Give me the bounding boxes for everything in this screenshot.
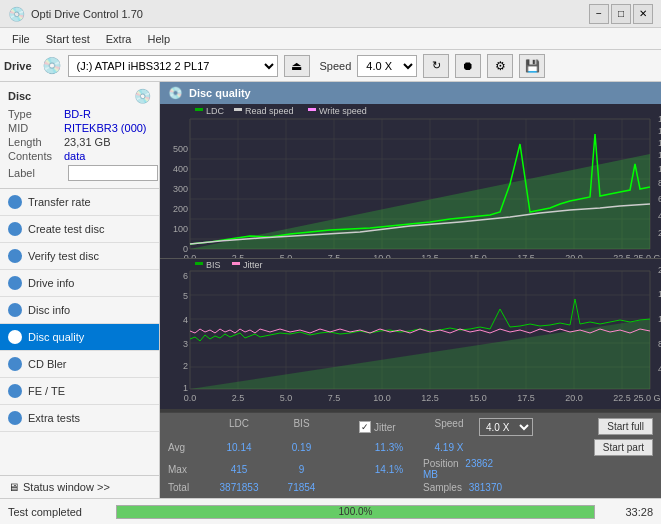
svg-text:200: 200 xyxy=(173,204,188,214)
svg-rect-51 xyxy=(308,108,316,111)
max-ldc: 415 xyxy=(204,464,274,475)
save-button[interactable]: 💾 xyxy=(519,54,545,78)
label-input[interactable] xyxy=(68,165,158,181)
status-text: Test completed xyxy=(8,506,108,518)
svg-text:Read speed: Read speed xyxy=(245,106,294,116)
start-part-button[interactable]: Start part xyxy=(594,439,653,456)
eject-button[interactable]: ⏏ xyxy=(284,55,310,77)
menu-extra[interactable]: Extra xyxy=(98,31,140,47)
svg-text:500: 500 xyxy=(173,144,188,154)
svg-rect-96 xyxy=(232,262,240,265)
mid-label: MID xyxy=(8,122,64,134)
sidebar-item-extra-tests[interactable]: Extra tests xyxy=(0,405,159,432)
app-title: Opti Drive Control 1.70 xyxy=(31,8,589,20)
menu-start-test[interactable]: Start test xyxy=(38,31,98,47)
sidebar-item-cd-bler[interactable]: CD Bler xyxy=(0,351,159,378)
svg-text:LDC: LDC xyxy=(206,106,225,116)
nav-label-transfer-rate: Transfer rate xyxy=(28,196,91,208)
svg-text:25.0 GB: 25.0 GB xyxy=(633,393,661,403)
nav-icon-create-test-disc xyxy=(8,222,22,236)
minimize-button[interactable]: − xyxy=(589,4,609,24)
chart1-wrapper: 0 100 200 300 400 500 0.0 2.5 5.0 7.5 10… xyxy=(160,104,661,259)
maximize-button[interactable]: □ xyxy=(611,4,631,24)
avg-ldc: 10.14 xyxy=(204,442,274,453)
menu-file[interactable]: File xyxy=(4,31,38,47)
status-window-button[interactable]: 🖥 Status window >> xyxy=(0,475,159,498)
jitter-checkbox[interactable]: ✓ xyxy=(359,421,371,433)
refresh-button[interactable]: ↻ xyxy=(423,54,449,78)
charts-container: 0 100 200 300 400 500 0.0 2.5 5.0 7.5 10… xyxy=(160,104,661,412)
stats-header-ldc: LDC xyxy=(204,418,274,436)
stats-header-bis: BIS xyxy=(274,418,329,436)
svg-text:7.5: 7.5 xyxy=(328,393,341,403)
svg-text:Jitter: Jitter xyxy=(243,260,263,270)
svg-rect-47 xyxy=(195,108,203,111)
settings-button[interactable]: ⚙ xyxy=(487,54,513,78)
svg-text:Write speed: Write speed xyxy=(319,106,367,116)
sidebar-item-create-test-disc[interactable]: Create test disc xyxy=(0,216,159,243)
sidebar-item-verify-test-disc[interactable]: Verify test disc xyxy=(0,243,159,270)
svg-text:2.5: 2.5 xyxy=(232,393,245,403)
max-jitter: 14.1% xyxy=(359,464,419,475)
start-buttons: Start full xyxy=(598,418,653,436)
sidebar-item-disc-quality[interactable]: Disc quality xyxy=(0,324,159,351)
speed-label: Speed xyxy=(320,60,352,72)
nav-label-drive-info: Drive info xyxy=(28,277,74,289)
total-bis: 71854 xyxy=(274,482,329,493)
chart1-svg: 0 100 200 300 400 500 0.0 2.5 5.0 7.5 10… xyxy=(160,104,661,259)
statusbar: Test completed 100.0% 33:28 xyxy=(0,498,661,524)
avg-jitter: 11.3% xyxy=(359,442,419,453)
svg-text:20.0: 20.0 xyxy=(565,393,583,403)
speed-select[interactable]: 4.0 X xyxy=(357,55,417,77)
length-value: 23,31 GB xyxy=(64,136,110,148)
svg-rect-94 xyxy=(195,262,203,265)
sidebar-item-transfer-rate[interactable]: Transfer rate xyxy=(0,189,159,216)
total-ldc: 3871853 xyxy=(204,482,274,493)
content-area: 💿 Disc quality xyxy=(160,82,661,498)
nav-label-extra-tests: Extra tests xyxy=(28,412,80,424)
record-button[interactable]: ⏺ xyxy=(455,54,481,78)
avg-label: Avg xyxy=(168,442,204,453)
disc-eject-icon[interactable]: 💿 xyxy=(134,88,151,104)
svg-text:15.0: 15.0 xyxy=(469,393,487,403)
disc-title: Disc xyxy=(8,90,31,102)
nav-label-fe-te: FE / TE xyxy=(28,385,65,397)
sidebar-item-drive-info[interactable]: Drive info xyxy=(0,270,159,297)
contents-label: Contents xyxy=(8,150,64,162)
avg-bis: 0.19 xyxy=(274,442,329,453)
sidebar-item-fe-te[interactable]: FE / TE xyxy=(0,378,159,405)
disc-quality-icon: 💿 xyxy=(168,86,183,100)
stats-panel: LDC BIS ✓ Jitter Speed 4.0 X Start full xyxy=(160,412,661,498)
svg-text:22.5: 22.5 xyxy=(613,393,631,403)
start-full-button[interactable]: Start full xyxy=(598,418,653,435)
stats-total-row: Total 3871853 71854 Samples 381370 xyxy=(168,482,653,493)
type-label: Type xyxy=(8,108,64,120)
sidebar-item-disc-info[interactable]: Disc info xyxy=(0,297,159,324)
nav-label-disc-info: Disc info xyxy=(28,304,70,316)
svg-text:BIS: BIS xyxy=(206,260,221,270)
time-display: 33:28 xyxy=(603,506,653,518)
stats-header-spacer xyxy=(329,418,359,436)
disc-panel: Disc 💿 Type BD-R MID RITEKBR3 (000) Leng… xyxy=(0,82,159,189)
nav-label-cd-bler: CD Bler xyxy=(28,358,67,370)
nav-icon-fe-te xyxy=(8,384,22,398)
nav-icon-transfer-rate xyxy=(8,195,22,209)
menubar: File Start test Extra Help xyxy=(0,28,661,50)
svg-text:5.0: 5.0 xyxy=(280,393,293,403)
speed-select-stats[interactable]: 4.0 X xyxy=(479,418,533,436)
close-button[interactable]: ✕ xyxy=(633,4,653,24)
svg-text:10.0: 10.0 xyxy=(373,393,391,403)
window-controls: − □ ✕ xyxy=(589,4,653,24)
nav-icon-extra-tests xyxy=(8,411,22,425)
stats-avg-row: Avg 10.14 0.19 11.3% 4.19 X Start part xyxy=(168,439,653,456)
svg-text:2: 2 xyxy=(183,361,188,371)
chart2-wrapper: 1 2 3 4 5 6 20% 16% 12% 8% 4% xyxy=(160,259,661,413)
svg-rect-49 xyxy=(234,108,242,111)
menu-help[interactable]: Help xyxy=(139,31,178,47)
svg-text:100: 100 xyxy=(173,224,188,234)
drive-label: Drive xyxy=(4,60,32,72)
svg-text:5: 5 xyxy=(183,291,188,301)
total-label: Total xyxy=(168,482,204,493)
progress-label: 100.0% xyxy=(117,506,594,518)
drive-select[interactable]: (J:) ATAPI iHBS312 2 PL17 xyxy=(68,55,278,77)
